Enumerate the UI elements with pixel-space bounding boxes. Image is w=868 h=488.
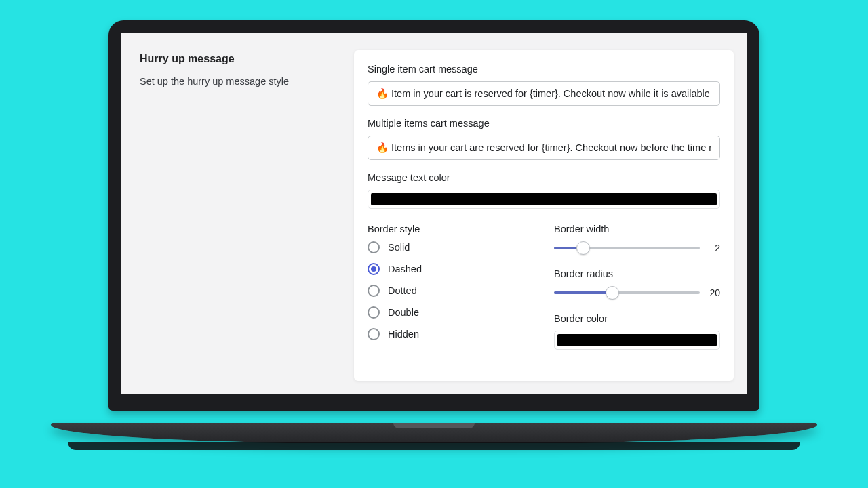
border-color-block: Border color xyxy=(554,313,720,350)
radio-dashed[interactable]: Dashed xyxy=(368,263,534,275)
section-title: Hurry up message xyxy=(140,53,336,65)
radio-dot xyxy=(368,241,380,253)
section-description: Set up the hurry up message style xyxy=(140,76,336,87)
radio-label: Dotted xyxy=(388,285,417,296)
border-radius-label: Border radius xyxy=(554,268,720,279)
radio-dot xyxy=(368,328,380,340)
border-settings-row: Border style SolidDashedDottedDoubleHidd… xyxy=(368,224,720,350)
single-item-input[interactable] xyxy=(368,81,720,106)
radio-double[interactable]: Double xyxy=(368,306,534,319)
multi-item-input[interactable] xyxy=(368,136,720,160)
radio-label: Double xyxy=(388,307,419,318)
radio-label: Solid xyxy=(388,242,410,253)
laptop-feet xyxy=(68,442,800,450)
settings-panel: Single item cart message Multiple items … xyxy=(354,50,734,381)
radio-hidden[interactable]: Hidden xyxy=(368,328,534,340)
radio-dotted[interactable]: Dotted xyxy=(368,285,534,297)
border-style-label: Border style xyxy=(368,224,534,235)
laptop-notch xyxy=(393,423,475,428)
single-item-label: Single item cart message xyxy=(368,64,720,75)
radio-label: Hidden xyxy=(388,329,419,340)
laptop-lid: Hurry up message Set up the hurry up mes… xyxy=(108,20,760,411)
section-header: Hurry up message Set up the hurry up mes… xyxy=(140,50,336,381)
border-color-label: Border color xyxy=(554,313,720,324)
border-width-block: Border width 2 xyxy=(554,224,720,255)
border-style-radio-group: SolidDashedDottedDoubleHidden xyxy=(368,241,534,340)
border-color-picker[interactable] xyxy=(554,331,720,350)
border-width-label: Border width xyxy=(554,224,720,235)
border-style-col: Border style SolidDashedDottedDoubleHidd… xyxy=(368,224,534,350)
radio-dot xyxy=(368,263,380,275)
slider-thumb[interactable] xyxy=(606,286,619,300)
radio-dot xyxy=(368,285,380,297)
radio-dot xyxy=(368,306,380,319)
border-metrics-col: Border width 2 xyxy=(554,224,720,350)
border-radius-value: 20 xyxy=(707,287,720,298)
slider-thumb[interactable] xyxy=(576,241,590,255)
text-color-picker[interactable] xyxy=(368,190,720,209)
border-width-value: 2 xyxy=(707,243,720,253)
radio-solid[interactable]: Solid xyxy=(368,241,534,253)
app-screen: Hurry up message Set up the hurry up mes… xyxy=(121,33,747,394)
text-color-label: Message text color xyxy=(368,172,720,183)
border-width-slider[interactable] xyxy=(554,241,700,255)
text-color-swatch xyxy=(371,193,717,205)
border-radius-slider[interactable] xyxy=(554,286,700,300)
radio-label: Dashed xyxy=(388,264,422,274)
settings-page: Hurry up message Set up the hurry up mes… xyxy=(121,33,747,394)
multi-item-label: Multiple items cart message xyxy=(368,118,720,129)
laptop-mockup: Hurry up message Set up the hurry up mes… xyxy=(108,20,760,411)
border-radius-block: Border radius 20 xyxy=(554,268,720,300)
border-color-swatch xyxy=(557,334,717,346)
